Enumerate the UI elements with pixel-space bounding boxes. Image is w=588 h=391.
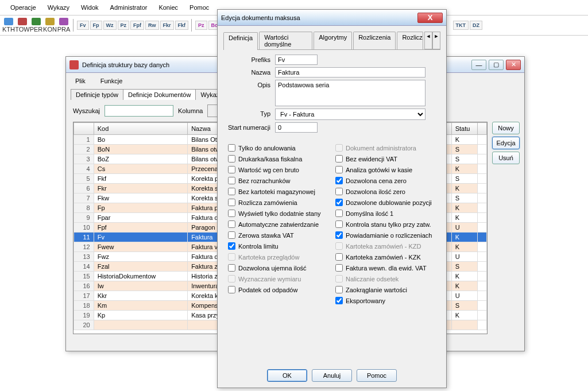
usun-button[interactable]: Usuń <box>492 152 520 164</box>
menu-wykazy[interactable]: Wykazy <box>42 2 75 13</box>
check-right-8[interactable]: Powiadamianie o rozliczeniach <box>335 231 436 239</box>
tab-definicje-typow[interactable]: Definicje typów <box>71 89 123 100</box>
menu-administrator[interactable]: Administrator <box>105 2 153 13</box>
check-left-2[interactable]: Wartość wg cen bruto <box>228 166 328 173</box>
check-right-3[interactable]: Dozwolona cena zero <box>335 177 436 184</box>
edycja-button[interactable]: Edycja <box>492 137 520 149</box>
check-left-1[interactable]: Drukarka/kasa fiskalna <box>228 155 328 162</box>
check-left-8[interactable]: Zerowa stawka VAT <box>228 231 328 239</box>
tab-algorytmy[interactable]: Algorytmy <box>314 32 352 49</box>
tab-definicje-dokumentow[interactable]: Definicje Dokumentów <box>123 89 196 100</box>
checkbox[interactable] <box>228 264 235 272</box>
check-left-11[interactable]: Dozwolona ujemna ilość <box>228 264 328 272</box>
check-left-5[interactable]: Rozlicza zamówienia <box>228 199 328 206</box>
toolbar-pra[interactable]: PRA <box>57 18 70 33</box>
check-left-12: Wyznaczanie wymiaru <box>228 275 328 282</box>
checkbox[interactable] <box>335 188 343 195</box>
menu-plik[interactable]: Plik <box>72 76 89 86</box>
checkbox[interactable] <box>228 220 235 228</box>
tab-rozliczenia[interactable]: Rozliczenia <box>353 32 396 49</box>
check-right-6[interactable]: Domyślna ilość 1 <box>335 210 436 217</box>
search-input[interactable] <box>105 105 173 117</box>
menu-funkcje[interactable]: Funkcje <box>97 76 126 86</box>
checkbox[interactable] <box>335 220 343 228</box>
check-left-4[interactable]: Bez kartoteki magazynowej <box>228 188 328 195</box>
check-left-7[interactable]: Automatyczne zatwierdzanie <box>228 220 328 228</box>
tab-scroll-right[interactable]: ► <box>432 32 440 49</box>
checkbox[interactable] <box>335 199 343 206</box>
check-right-4[interactable]: Dozwolona ilość zero <box>335 188 436 195</box>
checkbox[interactable] <box>335 286 343 293</box>
column-label: Kolumna <box>178 107 203 114</box>
menu-koniec[interactable]: Koniec <box>153 2 184 13</box>
tab-scroll-left[interactable]: ◄ <box>424 32 432 49</box>
check-right-7[interactable]: Kontrola stanu tylko przy zatw. <box>335 220 436 228</box>
check-left-9[interactable]: Kontrola limitu <box>228 242 328 250</box>
typ-select[interactable]: Fv - Faktura <box>275 109 425 120</box>
check-right-11[interactable]: Faktura wewn. dla ewid. VAT <box>335 264 436 272</box>
toolbar-tkt[interactable]: TKT <box>453 21 469 30</box>
checkbox[interactable] <box>335 297 343 304</box>
checkbox[interactable] <box>335 177 343 184</box>
checkbox[interactable] <box>228 177 235 184</box>
toolbar-kon[interactable]: KON <box>44 18 56 33</box>
nazwa-input[interactable] <box>275 67 425 78</box>
checkbox[interactable] <box>335 264 343 272</box>
checkbox[interactable] <box>228 242 235 250</box>
checkbox[interactable] <box>228 286 235 293</box>
tab-definicja[interactable]: Definicja <box>223 32 258 50</box>
menu-operacje[interactable]: Operacje <box>5 2 42 13</box>
check-left-13[interactable]: Podatek od odpadów <box>228 286 328 293</box>
checkbox[interactable] <box>335 155 343 162</box>
check-left-6[interactable]: Wyświetl tylko dodatnie stany <box>228 210 328 217</box>
checkbox[interactable] <box>228 155 235 162</box>
checkbox[interactable] <box>228 144 235 152</box>
nowy-button[interactable]: Nowy <box>492 122 520 134</box>
checkbox[interactable] <box>335 231 343 239</box>
menu-widok[interactable]: Widok <box>75 2 105 13</box>
checkbox[interactable] <box>335 210 343 217</box>
maximize-button[interactable]: ▢ <box>489 60 504 70</box>
pomoc-button[interactable]: Pomoc <box>357 369 397 382</box>
checkbox[interactable] <box>228 166 235 173</box>
toolbar-pz[interactable]: Pz <box>118 21 130 30</box>
toolbar-fv[interactable]: Fv <box>77 21 89 30</box>
close-button[interactable]: ✕ <box>506 60 521 70</box>
prefiks-input[interactable] <box>275 55 318 65</box>
toolbar-fpf[interactable]: Fpf <box>130 21 144 30</box>
checkbox <box>335 275 343 282</box>
check-right-5[interactable]: Dozwolone dublowanie pozycji <box>335 199 436 206</box>
toolbar-dz[interactable]: DZ <box>470 21 482 30</box>
toolbar-rw[interactable]: Rw <box>145 21 159 30</box>
anuluj-button[interactable]: Anuluj <box>312 369 352 382</box>
minimize-button[interactable]: — <box>471 60 486 70</box>
checkbox[interactable] <box>228 210 235 217</box>
toolbar-wz[interactable]: Wz <box>103 21 117 30</box>
checkbox[interactable] <box>228 199 235 206</box>
start-numeracji-input[interactable] <box>275 122 318 133</box>
check-right-10[interactable]: Kartoteka zamówień - KZK <box>335 253 436 261</box>
opis-input[interactable]: Podstawowa seria <box>275 80 425 106</box>
toolbar-fp[interactable]: Fp <box>90 21 102 30</box>
toolbar-per[interactable]: PER <box>30 18 42 33</box>
tab-wartosci-domyslne[interactable]: Wartości domyślne <box>259 32 312 49</box>
checkbox[interactable] <box>228 188 235 195</box>
ok-button[interactable]: OK <box>267 369 307 382</box>
tab-rozliczen-more[interactable]: Rozliczen <box>397 32 423 49</box>
checkbox[interactable] <box>228 231 235 239</box>
check-right-2[interactable]: Analiza gotówki w kasie <box>335 166 436 173</box>
check-right-1[interactable]: Bez ewidencji VAT <box>335 155 436 162</box>
check-right-14[interactable]: Eksportowany <box>335 297 436 304</box>
check-left-0[interactable]: Tylko do anulowania <box>228 144 328 152</box>
toolbar-pz-2[interactable]: Pz <box>195 21 207 30</box>
toolbar-tow[interactable]: TOW <box>16 18 29 33</box>
toolbar-fkf[interactable]: Fkf <box>175 21 189 30</box>
check-left-3[interactable]: Bez rozrachunków <box>228 177 328 184</box>
toolbar-fkr[interactable]: Fkr <box>160 21 174 30</box>
dialog-close-button[interactable]: X <box>417 13 443 23</box>
checkbox[interactable] <box>335 253 343 261</box>
checkbox[interactable] <box>335 166 343 173</box>
toolbar-kth[interactable]: KTH <box>2 18 15 33</box>
check-right-13[interactable]: Zaokrąglanie wartości <box>335 286 436 293</box>
menu-pomoc[interactable]: Pomoc <box>184 2 215 13</box>
